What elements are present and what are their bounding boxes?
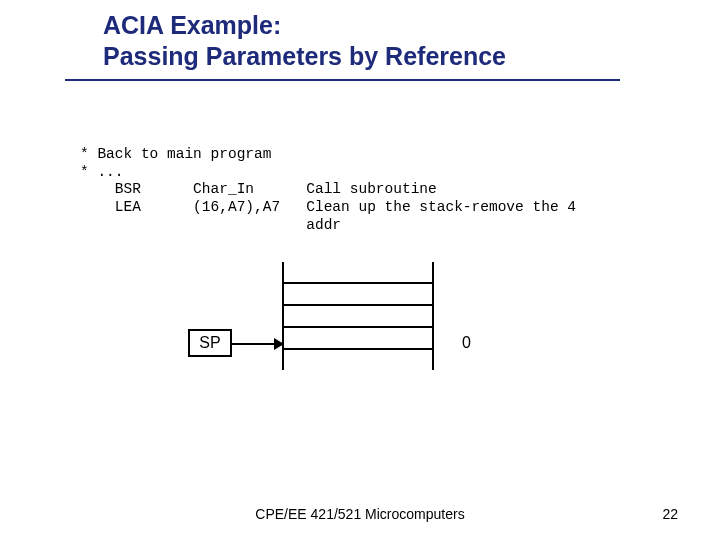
code-line: * ... (80, 164, 124, 180)
stack-open-bottom (282, 350, 434, 370)
slide-title: ACIA Example: Passing Parameters by Refe… (103, 10, 660, 81)
zero-label: 0 (462, 334, 471, 352)
sp-label: SP (199, 334, 220, 352)
page-number: 22 (662, 506, 678, 522)
title-line-2: Passing Parameters by Reference (103, 41, 660, 72)
stack-diagram: SP 0 (188, 262, 528, 402)
stack-cell (282, 306, 434, 328)
stack-frame (282, 262, 434, 370)
code-line: BSR Char_In Call subroutine (80, 181, 437, 197)
code-line: * Back to main program (80, 146, 271, 162)
code-line: addr (80, 217, 341, 233)
sp-label-box: SP (188, 329, 232, 357)
stack-cell (282, 328, 434, 350)
title-underline (65, 79, 620, 81)
stack-cell (282, 262, 434, 284)
assembly-code: * Back to main program * ... BSR Char_In… (80, 146, 576, 234)
arrow-icon (232, 343, 282, 345)
footer-text: CPE/EE 421/521 Microcomputers (0, 506, 720, 522)
code-line: LEA (16,A7),A7 Clean up the stack-remove… (80, 199, 576, 215)
title-line-1: ACIA Example: (103, 10, 660, 41)
stack-cell (282, 284, 434, 306)
